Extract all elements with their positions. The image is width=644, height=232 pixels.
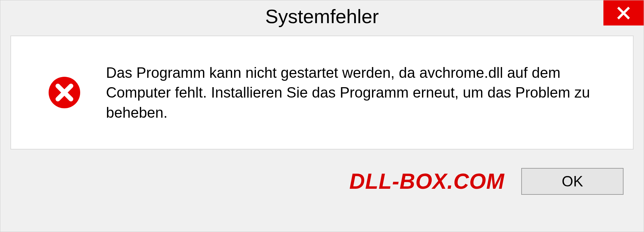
error-message: Das Programm kann nicht gestartet werden… bbox=[106, 63, 613, 122]
error-dialog: Systemfehler Das Programm kann nicht ges… bbox=[0, 0, 644, 232]
ok-button[interactable]: OK bbox=[521, 168, 624, 195]
close-icon bbox=[616, 6, 631, 20]
watermark-text: DLL-BOX.COM bbox=[350, 169, 505, 194]
content-area: Das Programm kann nicht gestartet werden… bbox=[10, 36, 634, 150]
error-icon bbox=[48, 76, 81, 109]
close-button[interactable] bbox=[603, 0, 644, 25]
footer: DLL-BOX.COM OK bbox=[0, 160, 644, 195]
dialog-title: Systemfehler bbox=[265, 5, 379, 27]
titlebar: Systemfehler bbox=[0, 0, 644, 32]
